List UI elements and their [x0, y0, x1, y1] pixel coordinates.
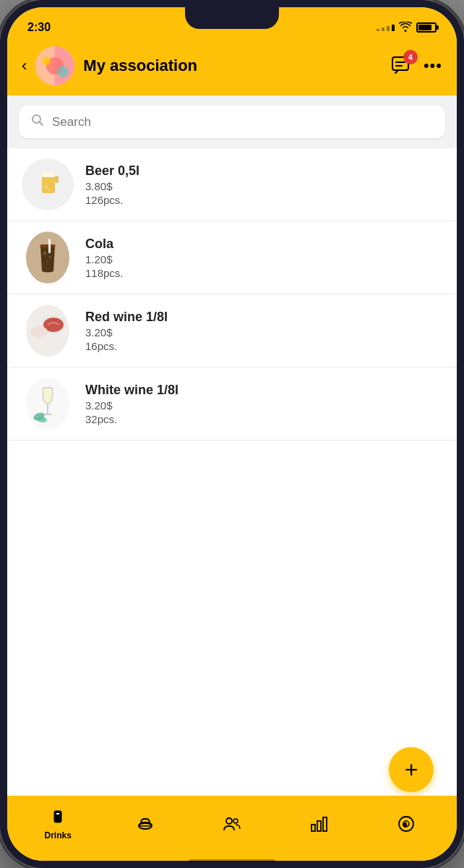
status-icons: [377, 22, 437, 34]
signal-icon: [377, 25, 395, 31]
nav-item-food[interactable]: [101, 814, 188, 834]
svg-rect-34: [56, 812, 60, 815]
svg-rect-18: [40, 244, 56, 247]
more-button[interactable]: •••: [424, 56, 442, 75]
item-qty: 16pcs.: [85, 340, 168, 352]
item-name: Beer 0,5l: [85, 163, 139, 179]
nav-item-members[interactable]: [189, 814, 275, 834]
svg-rect-39: [312, 825, 315, 831]
svg-point-21: [49, 256, 51, 258]
header-actions: 4 •••: [390, 56, 442, 76]
nav-item-settings[interactable]: €: [363, 814, 450, 834]
chat-button-wrap[interactable]: 4: [390, 56, 412, 76]
item-qty: 32pcs.: [85, 413, 179, 425]
item-info-cola: Cola 1.20$ 118pcs.: [85, 237, 124, 279]
item-image-red-wine: [22, 305, 74, 357]
stats-icon: [309, 814, 329, 834]
svg-rect-41: [323, 817, 327, 831]
status-time: 2:30: [27, 21, 51, 34]
svg-point-4: [57, 66, 69, 77]
food-icon: [135, 814, 155, 834]
notch: [185, 7, 279, 29]
item-image-cola: [22, 231, 74, 284]
settings-icon: €: [396, 814, 416, 834]
item-price: 3.20$: [85, 399, 179, 412]
nav-item-stats[interactable]: [275, 814, 362, 834]
home-indicator: [189, 859, 275, 862]
wifi-icon: [399, 22, 412, 34]
battery-icon: [416, 22, 437, 33]
svg-point-38: [233, 819, 238, 823]
app-header: ‹ My association: [7, 39, 457, 95]
svg-rect-29: [47, 404, 48, 414]
item-name: Red wine 1/8l: [85, 310, 168, 325]
phone-frame: 2:30 ‹: [0, 0, 464, 868]
svg-rect-30: [43, 414, 52, 415]
search-section: [7, 95, 457, 148]
svg-rect-11: [42, 171, 55, 177]
item-qty: 126pcs.: [85, 194, 139, 206]
nav-label-drinks: Drinks: [45, 830, 72, 841]
back-button[interactable]: ‹: [22, 56, 27, 75]
members-icon: [222, 814, 242, 834]
item-info-beer: Beer 0,5l 3.80$ 126pcs.: [85, 163, 139, 206]
svg-rect-40: [317, 821, 321, 831]
drinks-list: Beer 0,5l 3.80$ 126pcs.: [7, 148, 457, 796]
svg-rect-19: [48, 239, 51, 253]
svg-point-27: [30, 326, 48, 338]
item-price: 1.20$: [85, 253, 124, 265]
notification-badge: 4: [403, 50, 418, 64]
phone-screen: 2:30 ‹: [7, 7, 457, 861]
item-info-red-wine: Red wine 1/8l 3.20$ 16pcs.: [85, 310, 168, 352]
list-item[interactable]: Cola 1.20$ 118pcs.: [7, 221, 457, 294]
item-info-white-wine: White wine 1/8l 3.20$ 32pcs.: [85, 383, 179, 425]
svg-point-22: [46, 261, 48, 263]
svg-rect-12: [55, 176, 59, 183]
search-input[interactable]: [52, 115, 434, 129]
svg-point-3: [42, 56, 51, 65]
svg-point-37: [226, 818, 232, 824]
svg-point-14: [48, 190, 50, 191]
svg-point-20: [43, 252, 46, 255]
avatar: [35, 46, 74, 85]
item-name: Cola: [85, 237, 124, 252]
item-image-white-wine: [22, 378, 74, 430]
item-image-beer: [22, 158, 74, 210]
page-title: My association: [83, 56, 382, 75]
item-qty: 118pcs.: [85, 267, 124, 279]
add-button[interactable]: +: [389, 747, 434, 792]
bottom-navigation: Drinks: [7, 796, 457, 861]
list-item[interactable]: White wine 1/8l 3.20$ 32pcs.: [7, 367, 457, 441]
nav-item-drinks[interactable]: Drinks: [14, 807, 101, 841]
svg-text:€: €: [403, 822, 407, 828]
svg-point-13: [45, 187, 47, 189]
item-price: 3.20$: [85, 326, 168, 339]
search-box[interactable]: [19, 106, 445, 138]
svg-point-15: [47, 185, 48, 187]
item-price: 3.80$: [85, 180, 139, 192]
list-item[interactable]: Red wine 1/8l 3.20$ 16pcs.: [7, 294, 457, 367]
content-area: Beer 0,5l 3.80$ 126pcs.: [7, 95, 457, 796]
drinks-icon: [48, 807, 68, 827]
search-icon: [30, 113, 45, 131]
list-item[interactable]: Beer 0,5l 3.80$ 126pcs.: [7, 148, 457, 221]
item-name: White wine 1/8l: [85, 383, 179, 398]
